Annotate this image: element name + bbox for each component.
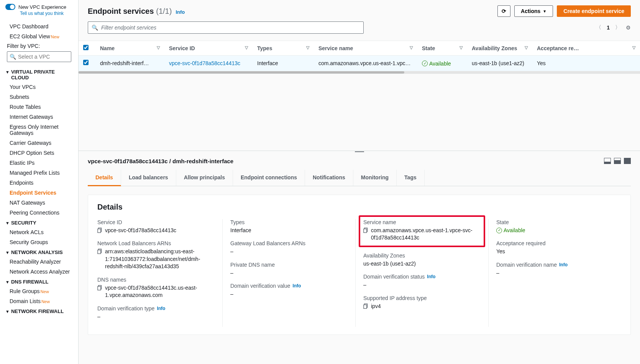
sidebar-item-ec2-global[interactable]: EC2 Global ViewNew <box>0 31 78 41</box>
value-dvn: – <box>496 269 614 277</box>
col-types[interactable]: Types▽ <box>253 41 314 56</box>
services-table: Name▽ Service ID▽ Types▽ Service name▽ S… <box>79 41 640 74</box>
section-network-firewall[interactable]: ▼NETWORK FIREWALL <box>0 306 78 316</box>
section-security[interactable]: ▼SECURITY <box>0 218 78 227</box>
settings-icon[interactable]: ⚙ <box>626 25 631 31</box>
tab-allow-principals[interactable]: Allow principals <box>176 170 233 186</box>
section-title: DNS FIREWALL <box>11 279 49 285</box>
row-checkbox[interactable] <box>83 60 89 65</box>
label: Service ID <box>169 45 195 51</box>
actions-button[interactable]: Actions▼ <box>514 5 553 17</box>
filter-input[interactable]: 🔍 <box>88 21 364 34</box>
cell-service-id[interactable]: vpce-svc-0f1d78a58cc14413c <box>164 56 253 71</box>
section-analysis[interactable]: ▼NETWORK ANALYSIS <box>0 247 78 257</box>
section-title: NETWORK FIREWALL <box>11 308 64 314</box>
new-vpc-experience-toggle[interactable]: New VPC Experience <box>0 4 78 11</box>
toggle-icon <box>5 4 15 10</box>
copy-icon[interactable] <box>97 249 103 254</box>
col-state[interactable]: State▽ <box>417 41 467 56</box>
refresh-button[interactable]: ⟳ <box>497 5 510 17</box>
col-service-name[interactable]: Service name▽ <box>314 41 417 56</box>
tab-load-balancers[interactable]: Load balancers <box>121 170 176 186</box>
table-row[interactable]: dmh-redshift-interf… vpce-svc-0f1d78a58c… <box>79 56 640 71</box>
sort-icon: ▽ <box>459 45 463 50</box>
sidebar-item-subnets[interactable]: Subnets <box>0 92 78 102</box>
info-link[interactable]: Info <box>559 262 568 267</box>
tab-monitoring[interactable]: Monitoring <box>353 170 397 186</box>
info-link[interactable]: Info <box>427 274 435 279</box>
tab-endpoint-connections[interactable]: Endpoint connections <box>233 170 305 186</box>
horizontal-scrollbar[interactable] <box>79 71 640 74</box>
sidebar-item-your-vpcs[interactable]: Your VPCs <box>0 82 78 92</box>
value-service-name: com.amazonaws.vpce.us-east-1.vpce-svc-0f… <box>371 227 481 242</box>
tab-details[interactable]: Details <box>88 170 121 186</box>
label: Types <box>257 45 272 51</box>
value-types: Interface <box>230 227 348 234</box>
copy-icon[interactable] <box>97 228 103 233</box>
sidebar-item-domain-lists[interactable]: Domain ListsNew <box>0 296 78 306</box>
info-link[interactable]: Info <box>157 306 165 311</box>
sidebar-item-peering[interactable]: Peering Connections <box>0 208 78 218</box>
refresh-icon: ⟳ <box>502 8 506 14</box>
label-az: Availability Zones <box>363 253 481 259</box>
label-dvn: Domain verification name <box>496 262 557 268</box>
prev-page[interactable]: 〈 <box>596 24 601 31</box>
sidebar-item-rule-groups[interactable]: Rule GroupsNew <box>0 286 78 296</box>
sidebar-item-reachability[interactable]: Reachability Analyzer <box>0 257 78 267</box>
label: Acceptance re… <box>537 45 579 51</box>
section-dns-firewall[interactable]: ▼DNS FIREWALL <box>0 277 78 286</box>
tab-notifications[interactable]: Notifications <box>305 170 353 186</box>
sidebar-item-prefix-lists[interactable]: Managed Prefix Lists <box>0 168 78 178</box>
sidebar-item-igw[interactable]: Internet Gateways <box>0 112 78 122</box>
info-link[interactable]: Info <box>176 9 185 15</box>
sidebar-item-eigw[interactable]: Egress Only Internet Gateways <box>0 122 78 138</box>
sidebar-item-endpoints[interactable]: Endpoints <box>0 178 78 188</box>
sidebar-item-net-access[interactable]: Network Access Analyzer <box>0 267 78 277</box>
label-types: Types <box>230 219 348 225</box>
panel-size-small[interactable] <box>604 158 611 164</box>
svg-rect-7 <box>364 229 367 233</box>
col-service-id[interactable]: Service ID▽ <box>164 41 253 56</box>
copy-icon[interactable] <box>363 228 369 233</box>
label: Availability Zones <box>472 45 517 51</box>
main-content: Endpoint services (1/1) Info ⟳ Actions▼ … <box>79 0 640 364</box>
check-circle-icon: ✓ <box>496 228 502 233</box>
sidebar-item-dashboard[interactable]: VPC Dashboard <box>0 21 78 31</box>
svg-rect-1 <box>98 229 101 233</box>
value-az: us-east-1b (use1-az2) <box>363 260 481 268</box>
sidebar-item-eip[interactable]: Elastic IPs <box>0 158 78 168</box>
col-az[interactable]: Availability Zones▽ <box>467 41 532 56</box>
panel-size-medium[interactable] <box>614 158 621 164</box>
value-iptype: ipv4 <box>371 303 381 310</box>
sidebar-item-nacls[interactable]: Network ACLs <box>0 227 78 237</box>
sidebar: New VPC Experience Tell us what you thin… <box>0 0 79 364</box>
panel-size-full[interactable] <box>624 158 631 164</box>
vpc-filter-input[interactable]: 🔍 <box>7 51 71 62</box>
chevron-down-icon: ▼ <box>5 280 10 284</box>
tell-us-link[interactable]: Tell us what you think <box>0 11 78 21</box>
sidebar-item-endpoint-services[interactable]: Endpoint Services <box>0 188 78 198</box>
col-name[interactable]: Name▽ <box>95 41 164 56</box>
check-circle-icon: ✓ <box>422 61 428 66</box>
grip-icon <box>355 151 364 152</box>
select-all-checkbox[interactable] <box>83 45 89 50</box>
chevron-down-icon: ▼ <box>5 221 10 225</box>
label: Name <box>100 45 115 51</box>
create-endpoint-service-button[interactable]: Create endpoint service <box>557 5 631 17</box>
detail-title: vpce-svc-0f1d78a58cc14413c / dmh-redshif… <box>88 158 233 164</box>
next-page[interactable]: 〉 <box>615 24 620 31</box>
label: State <box>422 45 435 51</box>
cell-az: us-east-1b (use1-az2) <box>467 56 532 71</box>
copy-icon[interactable] <box>97 285 103 290</box>
sidebar-item-nat-gw[interactable]: NAT Gateways <box>0 198 78 208</box>
chevron-down-icon: ▼ <box>543 9 546 13</box>
tab-tags[interactable]: Tags <box>397 170 425 186</box>
col-acceptance[interactable]: Acceptance re…▽ <box>532 41 640 56</box>
info-link[interactable]: Info <box>292 283 301 289</box>
copy-icon[interactable] <box>363 303 369 309</box>
section-vpc[interactable]: ▼VIRTUAL PRIVATE CLOUD <box>0 67 78 82</box>
sidebar-item-route-tables[interactable]: Route Tables <box>0 102 78 112</box>
sidebar-item-sgs[interactable]: Security Groups <box>0 237 78 247</box>
sidebar-item-carrier-gw[interactable]: Carrier Gateways <box>0 138 78 148</box>
sidebar-item-dhcp[interactable]: DHCP Option Sets <box>0 148 78 158</box>
